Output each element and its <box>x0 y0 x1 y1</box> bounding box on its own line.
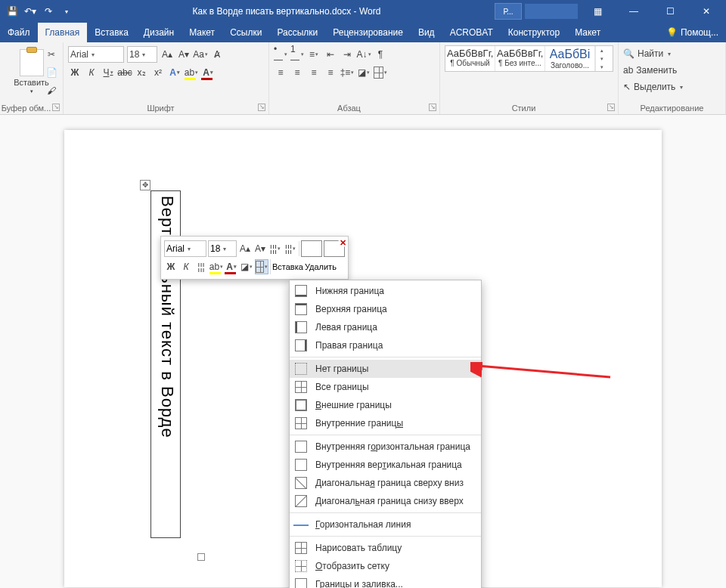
tab-acrobat[interactable]: ACROBAT <box>442 23 501 42</box>
numbering-icon[interactable]: 1— <box>290 47 304 62</box>
copy-icon[interactable]: 📄 <box>45 65 58 80</box>
mini-fontcolor-icon[interactable]: A <box>225 259 238 274</box>
redo-icon[interactable]: ↷ <box>42 5 54 17</box>
tab-table-design[interactable]: Конструктор <box>501 23 567 42</box>
save-icon[interactable]: 💾 <box>6 5 18 17</box>
vertical-text[interactable]: Вертикальный текст в Ворде <box>151 191 183 443</box>
show-marks-icon[interactable]: ¶ <box>374 47 387 62</box>
mini-delete-label[interactable]: Удалить <box>305 262 337 271</box>
tab-view[interactable]: Вид <box>411 23 442 42</box>
borders-icon[interactable] <box>374 65 387 80</box>
justify-icon[interactable]: ≡ <box>324 65 337 80</box>
menu-borders-dialog[interactable]: Границы и заливка... <box>290 575 481 588</box>
clear-format-icon[interactable]: A̷ <box>210 47 224 62</box>
styles-dialog-launcher[interactable]: ↘ <box>607 104 615 111</box>
format-painter-icon[interactable]: 🖌 <box>45 83 58 98</box>
tab-references[interactable]: Ссылки <box>222 23 269 42</box>
superscript-button[interactable]: x² <box>151 65 165 80</box>
menu-diag-down[interactable]: Диагональная граница сверху вниз <box>290 474 481 492</box>
tab-design[interactable]: Дизайн <box>136 23 182 42</box>
indent-decrease-icon[interactable]: ⇤ <box>324 47 337 62</box>
strike-button[interactable]: abc <box>118 65 132 80</box>
mini-shrink-icon[interactable]: A▾ <box>253 241 267 256</box>
find-button[interactable]: 🔍Найти▾ <box>623 45 721 62</box>
grow-font-icon[interactable]: A▴ <box>160 47 174 62</box>
tab-file[interactable]: Файл <box>0 23 38 42</box>
tab-mailings[interactable]: Рассылки <box>269 23 325 42</box>
align-right-icon[interactable]: ≡ <box>307 65 321 80</box>
mini-delete-button[interactable] <box>324 240 345 257</box>
tab-review[interactable]: Рецензирование <box>325 23 411 42</box>
mini-styles-icon[interactable]: ¦¦¦ <box>268 241 282 256</box>
sort-icon[interactable]: A↓ <box>357 47 371 62</box>
style-heading1[interactable]: АаБбВіЗаголово... <box>545 46 595 71</box>
menu-inner-h-border[interactable]: Внутренняя горизонтальная граница <box>290 438 481 456</box>
indent-increase-icon[interactable]: ⇥ <box>340 47 354 62</box>
cut-icon[interactable]: ✂ <box>45 47 58 62</box>
mini-bold[interactable]: Ж <box>164 259 178 274</box>
menu-all-borders[interactable]: Все границы <box>290 378 481 396</box>
table-resize-handle[interactable] <box>197 553 205 561</box>
tab-table-layout[interactable]: Макет <box>567 23 608 42</box>
menu-right-border[interactable]: Правая граница <box>290 336 481 354</box>
mini-size-select[interactable]: 18▾ <box>208 240 237 257</box>
menu-outer-borders[interactable]: Внешние границы <box>290 396 481 414</box>
ribbon-options-icon[interactable]: ▦ <box>581 0 614 23</box>
subscript-button[interactable]: x₂ <box>135 65 148 80</box>
maximize-icon[interactable]: ☐ <box>653 0 687 23</box>
table-move-handle[interactable]: ✥ <box>140 180 150 190</box>
align-left-icon[interactable]: ≡ <box>274 65 287 80</box>
mini-grow-icon[interactable]: A▴ <box>238 241 252 256</box>
menu-inner-v-border[interactable]: Внутренняя вертикальная граница <box>290 456 481 474</box>
mini-align-icon[interactable]: ¦¦¦ <box>194 259 208 274</box>
replace-button[interactable]: abЗаменить <box>623 62 721 79</box>
mini-insert-button[interactable] <box>301 240 322 257</box>
tab-layout[interactable]: Макет <box>182 23 222 42</box>
font-size-select[interactable]: 18▾ <box>127 46 157 63</box>
menu-inner-borders[interactable]: Внутренние границы <box>290 414 481 432</box>
menu-bottom-border[interactable]: Нижняя граница <box>290 282 481 300</box>
style-gallery[interactable]: АаБбВвГг,¶ Обычный АаБбВвГг,¶ Без инте..… <box>445 45 613 72</box>
menu-horizontal-line[interactable]: Горизонтальная линия <box>290 515 481 534</box>
mini-shading-icon[interactable]: ◪ <box>240 259 253 274</box>
bold-button[interactable]: Ж <box>68 65 82 80</box>
menu-view-gridlines[interactable]: Отобразить сетку <box>290 557 481 575</box>
font-family-select[interactable]: Arial▾ <box>68 46 124 63</box>
font-color-icon[interactable]: A <box>201 65 215 80</box>
mini-insert-label[interactable]: Вставка <box>272 262 303 271</box>
user-badge[interactable]: Р... <box>495 3 522 20</box>
mini-borders-button[interactable] <box>255 259 268 274</box>
paragraph-dialog-launcher[interactable]: ↘ <box>429 104 436 111</box>
shading-icon[interactable]: ◪ <box>357 65 371 80</box>
align-center-icon[interactable]: ≡ <box>290 65 304 80</box>
menu-draw-table[interactable]: Нарисовать таблицу <box>290 539 481 557</box>
tab-insert[interactable]: Вставка <box>87 23 136 42</box>
bullets-icon[interactable]: •— <box>274 47 287 62</box>
menu-diag-up[interactable]: Диагональная граница снизу вверх <box>290 492 481 510</box>
font-dialog-launcher[interactable]: ↘ <box>258 104 265 111</box>
mini-italic[interactable]: К <box>179 259 193 274</box>
highlight-icon[interactable]: ab <box>185 65 198 80</box>
paste-icon[interactable] <box>20 49 44 76</box>
multilevel-icon[interactable]: ≡ <box>307 47 321 62</box>
paste-label[interactable]: Вставить <box>14 78 49 87</box>
style-nospacing[interactable]: АаБбВвГг,¶ Без инте... <box>495 46 545 71</box>
close-icon[interactable]: ✕ <box>690 0 723 23</box>
text-effects-icon[interactable]: A <box>168 65 182 80</box>
line-spacing-icon[interactable]: ‡≡ <box>340 65 354 80</box>
italic-button[interactable]: К <box>85 65 98 80</box>
menu-left-border[interactable]: Левая граница <box>290 318 481 336</box>
mini-font-select[interactable]: Arial▾ <box>164 240 206 257</box>
minimize-icon[interactable]: — <box>617 0 650 23</box>
change-case-icon[interactable]: Aa <box>194 47 207 62</box>
tell-me[interactable]: 💡Помощ... <box>659 23 726 42</box>
tab-home[interactable]: Главная <box>38 23 88 42</box>
underline-button[interactable]: Ч <box>101 65 115 80</box>
style-gallery-more[interactable]: ▴▾▾ <box>595 46 607 71</box>
menu-no-border[interactable]: Нет границы <box>290 360 481 378</box>
mini-style2-icon[interactable]: ¦¦¦ <box>284 241 297 256</box>
mini-highlight-icon[interactable]: ab <box>209 259 223 274</box>
select-button[interactable]: ↖Выделить▾ <box>623 79 721 95</box>
undo-icon[interactable]: ↶▾ <box>24 5 36 17</box>
style-normal[interactable]: АаБбВвГг,¶ Обычный <box>445 46 495 71</box>
